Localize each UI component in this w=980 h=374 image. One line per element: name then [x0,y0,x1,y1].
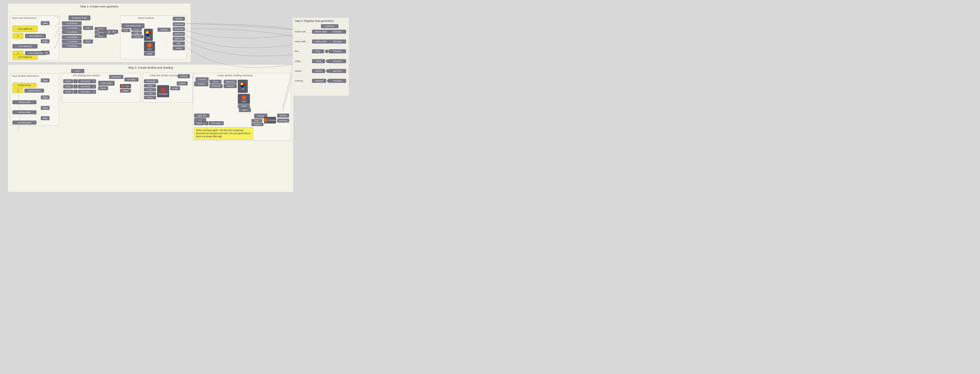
geom-top: Geometry [321,24,339,28]
data-badge-5: Data [41,96,49,99]
geom-floor: Geometry [329,50,346,53]
curve-group: Curve Recursive [210,80,223,88]
wrap2-node: Wrap [238,104,250,108]
upper-line-node: upper line [194,113,210,118]
brep-input: Brep [121,29,130,32]
scissors-icon-3: ✂ [73,90,78,94]
geom-overhang: Geometry [329,79,346,83]
z-coord-1: Z coordinate [62,30,82,34]
room-width-val[interactable]: 6 [13,33,23,39]
data-badge-1: Data [41,21,49,25]
select-surfaces-title: Select surfaces [138,17,154,19]
geometry-overhang-node: Geometry [329,79,346,83]
window-width-node: window width [13,100,37,104]
geometry-floor-node: Geometry [329,50,346,53]
point-a-node: Point A [95,27,107,30]
geom-ceiling: Geometry [329,59,346,63]
expression-badge: Expression [109,75,123,79]
geometry-window-node: Geometry [329,69,346,73]
rect-inputs: Plane X Size Y Size Radius [144,84,156,99]
north-wall-node: North wall [173,32,185,36]
find-start-title: find starting point window [73,74,100,77]
origin-plane-group: Origin Plane [120,84,131,93]
room-height-out: room height [m] [25,51,46,55]
ysize-node: Y Size [144,92,156,95]
length-node: Length [170,86,180,90]
factor-3: Factor [63,90,73,94]
step3-title: Step 3: Organize final geometries [293,18,349,23]
x-coord-2: X coordinate [62,35,82,39]
interior-wall-label: interior walls [295,40,311,43]
unit-vec-2: Unit vector [78,85,93,88]
xyz-outputs: x y z [92,79,96,94]
point-out-1: Point [83,26,93,30]
origin-node: Origin [120,84,131,88]
room-height-val[interactable]: 4 [13,51,23,54]
overhang-out-node-2: overhang [312,79,326,83]
unit-vec-1: Unit vector [78,79,93,83]
explode-node: Explode [194,82,208,86]
exterior-walls-node: exterior walls [312,30,329,34]
window-sill-val[interactable]: 1 [13,88,23,93]
unit-x-node: Unit X [71,69,84,73]
plane-out-node: Plane [120,89,131,93]
overhang-out-node: overhang [277,118,289,123]
input-window-group: Input window dimensions Data window sill… [10,74,59,126]
step3-panel: Step 3: Organize final geometries Geomet… [293,18,349,96]
vertices-node: Vertices [224,84,237,88]
unit-vec-4: Unit vector [209,121,224,125]
z-out: z [92,90,96,94]
surface-badge: Surface [173,17,185,21]
ceiling-out-node: ceiling [312,59,325,63]
floor-node-1: floor [173,42,185,45]
extrude-inputs: Base Direction [251,119,263,126]
ceiling-label: ceiling [295,60,311,62]
extrude-icon-node: Extrusion [264,117,276,123]
create-window-group: create the window opening Surface Rectan… [143,73,193,102]
result-node: Result [98,86,108,90]
window-height-node: window height [13,110,37,114]
geometry-ceiling-node: Geometry [329,59,346,63]
scissors-icon-4: ✂ [204,121,208,125]
point-out-2: Point [83,40,93,43]
result-row: Result → [98,86,115,90]
z-coord-2: Z coordinate [62,44,82,48]
expr-text-node: (x/2)+y-(z/2) [98,81,115,86]
factor-row-1: Factor ✂ Unit vector [63,79,93,83]
note-box: When overhang depth = 0m then this compo… [194,127,253,140]
unit-vec-3: Unit vector [78,90,93,94]
exterior-walls-row: exterior wall exterior walls [295,30,334,34]
room-width-node[interactable]: room width [m] [13,26,38,32]
plane-in-node: Plane [144,84,156,87]
base-node: Base [251,119,262,122]
xsize-node: X Size [144,88,156,91]
window-sill-label-node[interactable]: window sill [m] [13,83,37,88]
step2-panel: Step 2: Create window and shading Input … [8,64,293,192]
point-b-node: Point B [95,31,107,34]
expression-node-group: (x/2)+y-(z/2) Result → [98,81,115,90]
exterior-wall-label: exterior wall [295,30,311,33]
window-label: window [295,70,311,72]
window-row: window window [295,69,329,73]
interior-walls-row: interior walls interior walls [295,40,334,43]
overhang-label: overhang [295,80,311,82]
surface-out-node: Surface [277,113,289,118]
west-wall-node: West wall [173,37,185,41]
factor-row-3: Factor ✂ Unit vector [63,90,93,94]
geom-window: Geometry [329,69,346,73]
rectangle-main-node: Rectangle [157,85,169,97]
create-window-title: create the window opening [150,74,178,77]
seg-vert-group: Segments Vertices [224,80,237,88]
unit-y-node: Unit Y [239,108,251,112]
factor-row-4: Factor ✂ Unit vector [194,121,224,125]
east-wall-node: East wall [173,27,185,31]
data-badge-4: Data [41,78,49,82]
index2-node: Index [238,94,250,104]
index-wrap-group: Index Wrap [238,94,250,108]
step2-title: Step 2: Create window and shading [8,65,293,70]
step1-title: Step 1: Create room geometry [8,3,191,9]
floor-label: floor [295,50,311,53]
scissors-icon-2: ⚡ [73,85,78,88]
plane-node-1: Plane [95,35,107,38]
room-height-label-node[interactable]: room height [m] [13,54,38,59]
